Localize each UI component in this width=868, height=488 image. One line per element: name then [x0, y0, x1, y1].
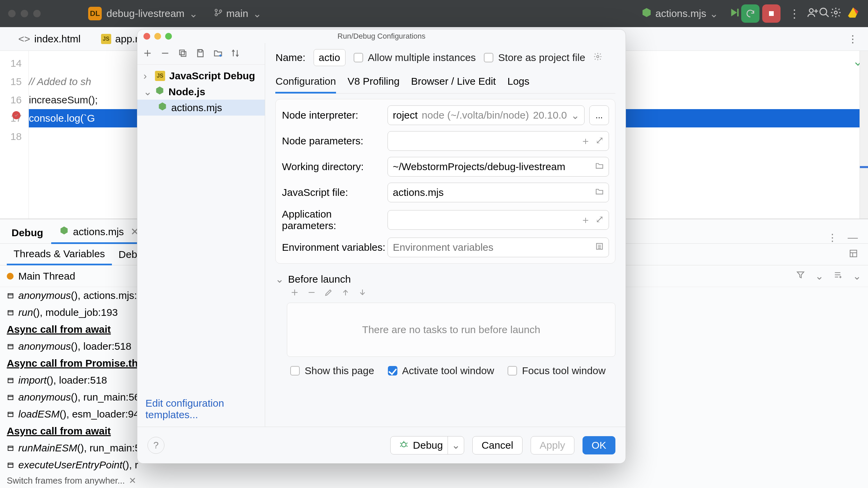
- search-icon[interactable]: [818, 7, 830, 21]
- run-with-icon[interactable]: [728, 7, 740, 21]
- chevron-down-icon[interactable]: ⌄: [853, 270, 861, 282]
- remove-icon[interactable]: [307, 288, 316, 299]
- sort-icon[interactable]: [231, 48, 240, 59]
- app-params-input[interactable]: ＋⤢: [388, 210, 609, 230]
- checkbox-label: Allow multiple instances: [368, 52, 476, 63]
- activate-tool-checkbox[interactable]: Activate tool window: [388, 365, 494, 377]
- chevron-down-icon[interactable]: ⌄: [448, 436, 464, 454]
- tab-configuration[interactable]: Configuration: [275, 73, 336, 94]
- add-icon[interactable]: ＋: [580, 134, 591, 148]
- ok-button[interactable]: OK: [583, 436, 615, 454]
- config-tree[interactable]: › JS JavaScript Debug ⌄ Node.js actions.…: [137, 65, 265, 119]
- close-window-icon[interactable]: [8, 10, 16, 17]
- nodejs-icon: [155, 86, 164, 98]
- line-number: 15: [0, 73, 22, 91]
- svg-point-10: [820, 8, 827, 15]
- folder-add-icon[interactable]: [213, 48, 223, 59]
- copy-icon[interactable]: [178, 48, 188, 59]
- add-icon[interactable]: [290, 288, 299, 299]
- expand-icon[interactable]: ⤢: [595, 134, 604, 148]
- stop-button[interactable]: [762, 4, 781, 23]
- chevron-down-icon[interactable]: ⌄: [815, 270, 824, 282]
- add-icon[interactable]: [143, 48, 152, 59]
- minimize-window-icon[interactable]: [21, 10, 28, 17]
- project-name[interactable]: debug-livestream: [106, 8, 184, 19]
- svg-marker-51: [156, 86, 163, 94]
- tab-threads-variables[interactable]: Threads & Variables: [7, 244, 112, 265]
- thread-status-icon: [7, 273, 14, 280]
- move-up-icon[interactable]: [341, 288, 350, 299]
- tab-index-html[interactable]: <> index.html: [8, 27, 91, 50]
- focus-tool-checkbox[interactable]: Focus tool window: [508, 365, 606, 377]
- help-button[interactable]: ?: [147, 437, 164, 454]
- tool-tab-debug[interactable]: Debug: [3, 222, 51, 243]
- jetbrains-logo-icon: [846, 6, 860, 22]
- layout-icon[interactable]: [849, 249, 858, 260]
- rerun-button[interactable]: [741, 4, 760, 23]
- before-launch-section[interactable]: ⌄ Before launch: [275, 273, 615, 285]
- cancel-button[interactable]: Cancel: [472, 436, 522, 454]
- tree-group-js-debug[interactable]: › JS JavaScript Debug: [137, 68, 265, 84]
- save-icon[interactable]: [196, 48, 205, 59]
- add-icon[interactable]: ＋: [580, 213, 591, 227]
- svg-rect-6: [769, 11, 774, 16]
- minimize-icon[interactable]: —: [848, 232, 858, 243]
- edit-templates-link[interactable]: Edit configuration templates...: [145, 398, 224, 420]
- bug-icon: [399, 440, 408, 451]
- dialog-titlebar: Run/Debug Configurations: [137, 29, 626, 43]
- svg-rect-39: [8, 463, 13, 468]
- debug-session-tab[interactable]: actions.mjs ✕: [51, 221, 147, 244]
- checkbox-label: Store as project file: [498, 52, 585, 63]
- maximize-window-icon[interactable]: [33, 10, 41, 17]
- more-vert-icon[interactable]: ⋮: [848, 33, 858, 45]
- branch-name[interactable]: main: [226, 8, 248, 19]
- close-icon[interactable]: ✕: [129, 475, 136, 486]
- expand-icon[interactable]: ⤢: [595, 213, 604, 227]
- tree-group-nodejs[interactable]: ⌄ Node.js: [137, 84, 265, 100]
- working-dir-label: Working directory:: [282, 161, 388, 172]
- show-page-checkbox[interactable]: Show this page: [290, 365, 374, 377]
- config-toolbar: [137, 43, 265, 65]
- remove-icon[interactable]: [160, 48, 170, 59]
- editor-error-stripe[interactable]: [860, 51, 868, 219]
- node-params-input[interactable]: ＋⤢: [388, 131, 609, 151]
- debug-button[interactable]: Debug ⌄: [390, 436, 464, 454]
- move-down-icon[interactable]: [358, 288, 367, 299]
- breakpoint-icon[interactable]: [12, 111, 20, 119]
- tab-v8-profiling[interactable]: V8 Profiling: [348, 73, 399, 93]
- edit-icon[interactable]: [324, 288, 333, 299]
- env-vars-input[interactable]: [388, 238, 609, 257]
- chevron-down-icon[interactable]: ⌄: [253, 8, 261, 20]
- store-as-file-checkbox[interactable]: Store as project file: [484, 52, 585, 63]
- tree-item-actions-mjs[interactable]: actions.mjs: [137, 100, 265, 116]
- node-interpreter-select[interactable]: roject node (~/.volta/bin/node) 20.10.0 …: [388, 105, 585, 125]
- chevron-down-icon: ⌄: [143, 86, 151, 98]
- add-watch-icon[interactable]: [834, 270, 843, 282]
- tab-browser-live-edit[interactable]: Browser / Live Edit: [411, 73, 496, 93]
- more-vert-icon[interactable]: ⋮: [827, 231, 837, 243]
- working-dir-input[interactable]: [388, 157, 609, 177]
- allow-multi-checkbox[interactable]: Allow multiple instances: [354, 52, 476, 63]
- folder-icon[interactable]: [595, 161, 604, 172]
- svg-rect-46: [199, 49, 202, 52]
- config-name-input[interactable]: [314, 49, 346, 66]
- tree-group-label: Node.js: [169, 86, 205, 98]
- browse-interpreter-button[interactable]: ...: [589, 105, 609, 125]
- chevron-down-icon[interactable]: ⌄: [189, 8, 198, 20]
- tab-label: index.html: [34, 33, 81, 45]
- stripe-marker[interactable]: [860, 166, 868, 168]
- js-file-input[interactable]: [388, 183, 609, 202]
- node-interpreter-label: Node interpreter:: [282, 109, 388, 121]
- editor-gutter: 14 15 16 17 18: [0, 51, 29, 219]
- run-config-selector[interactable]: actions.mjs ⌄: [641, 7, 718, 20]
- collaborate-icon[interactable]: [807, 7, 818, 21]
- apply-button[interactable]: Apply: [531, 436, 574, 454]
- name-label: Name:: [275, 52, 305, 63]
- list-icon[interactable]: [595, 242, 604, 253]
- settings-gear-icon[interactable]: [830, 7, 842, 21]
- gear-icon[interactable]: [593, 52, 602, 63]
- interp-value: roject: [393, 109, 417, 121]
- tab-logs[interactable]: Logs: [507, 73, 529, 93]
- folder-icon[interactable]: [595, 187, 604, 198]
- filter-icon[interactable]: [796, 270, 805, 282]
